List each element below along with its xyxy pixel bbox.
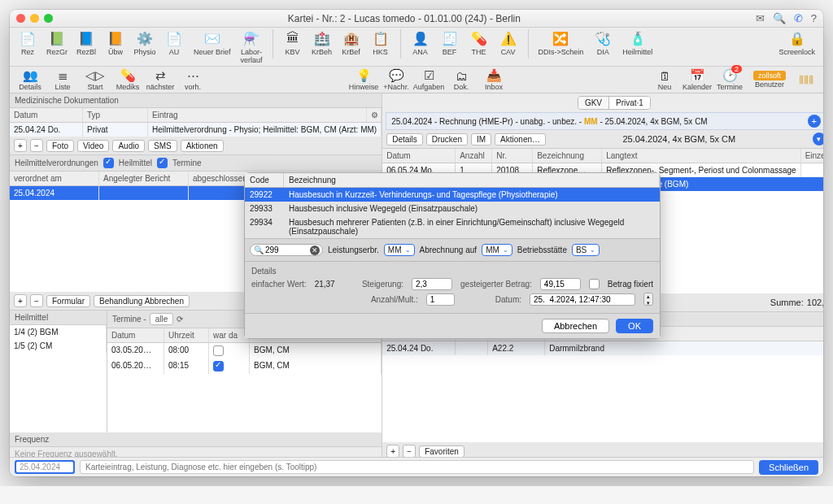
diag-remove-button[interactable]: − (403, 445, 416, 458)
code-row[interactable]: 29933Hausbesuch inclusive Wegegeld (Eins… (245, 202, 660, 215)
footer-quick-input[interactable] (80, 460, 754, 474)
inv-aktionen-button[interactable]: Aktionen… (495, 133, 546, 146)
neu-button[interactable]: 🗓Neu (649, 68, 680, 91)
heilmittel-row[interactable]: 1/5 (2) CM (10, 339, 107, 353)
termine-checkbox[interactable] (157, 158, 168, 168)
neuer-brief-button[interactable]: ✉️Neuer Brief (190, 29, 234, 56)
inbox-button[interactable]: 📥Inbox (478, 68, 509, 91)
footer-date-input[interactable] (16, 462, 73, 472)
insurance-segmented[interactable]: GKV Privat·1 (578, 96, 651, 110)
naechster-button[interactable]: ⇄nächster (145, 68, 176, 91)
heilmittel-row[interactable]: 1/4 (2) BGM (10, 325, 107, 339)
rezbl-button[interactable]: 📘RezBl (73, 29, 99, 56)
nachr-button[interactable]: 💬+Nachr. (381, 68, 412, 91)
mail-icon[interactable]: ✉ (756, 12, 765, 24)
abrechnung-select[interactable]: MM⌄ (482, 244, 512, 256)
col-typ[interactable]: Typ (83, 108, 148, 122)
clear-search-icon[interactable]: ✕ (310, 245, 320, 255)
close-window[interactable] (16, 14, 25, 23)
dok-button[interactable]: 🗂Dok. (446, 68, 477, 91)
col-eintrag[interactable]: Eintrag (148, 108, 367, 122)
mediks-button[interactable]: 💊Mediks (112, 68, 143, 91)
the-button[interactable]: 💊THE (466, 29, 492, 56)
ov-col-bez[interactable]: Bezeichnung (284, 173, 660, 187)
col-gear-icon[interactable]: ⚙ (367, 108, 382, 122)
rezgr-button[interactable]: 📗RezGr (44, 29, 70, 56)
termine-refresh-icon[interactable]: ⟳ (177, 315, 183, 324)
invoice-add-button[interactable]: + (808, 115, 821, 128)
audio-tab[interactable]: Audio (112, 140, 145, 152)
datum-input[interactable] (530, 293, 635, 306)
screenlock-button[interactable]: 🔒Screenlock (775, 29, 818, 56)
formular-tab[interactable]: Formular (46, 295, 90, 307)
hm-remove-button[interactable]: − (30, 294, 43, 307)
heilmittel-checkbox[interactable] (103, 158, 114, 168)
cancel-button[interactable]: Abbrechen (542, 319, 609, 333)
search-icon[interactable]: 🔍 (773, 12, 786, 24)
ddis-button[interactable]: 🔀DDIs->Schein (535, 29, 587, 56)
datum-stepper[interactable]: ▴▾ (643, 293, 653, 306)
kbv-button[interactable]: 🏛KBV (280, 29, 306, 56)
krbeh-button[interactable]: 🏥KrBeh (309, 29, 335, 56)
start-button[interactable]: ◁▷Start (80, 68, 111, 91)
foto-tab[interactable]: Foto (46, 140, 74, 152)
benutzer-button[interactable]: zollsoftBenutzer (747, 71, 792, 89)
laborverlauf-button[interactable]: ⚗️Labor- verlauf (238, 29, 266, 64)
bef-button[interactable]: 🧾BEF (437, 29, 463, 56)
krbef-button[interactable]: 🏨KrBef (338, 29, 364, 56)
termine-filter-alle[interactable]: alle (150, 313, 174, 325)
doc-remove-button[interactable]: − (30, 139, 43, 152)
diag-favoriten-tab[interactable]: Favoriten (419, 445, 464, 458)
termine-button[interactable]: 🕑Termine2 (714, 68, 745, 91)
cav-button[interactable]: ⚠️CAV (495, 29, 521, 56)
aufgaben-button[interactable]: ☑Aufgaben (413, 68, 444, 91)
hm-date[interactable]: 25.04.2024 (10, 186, 99, 200)
col-verordnet[interactable]: verordnet am (10, 172, 99, 185)
ok-button[interactable]: OK (616, 319, 653, 333)
termin-row[interactable]: 03.05.20…08:00BGM, CM (107, 343, 382, 358)
col-datum[interactable]: Datum (10, 108, 83, 122)
physio-button[interactable]: ⚙️Physio (132, 29, 158, 56)
inv-im-button[interactable]: IM (471, 133, 491, 146)
rez-button[interactable]: 📄Rez (15, 29, 41, 56)
anzahl-input[interactable] (426, 293, 455, 306)
frequenz-header: Frequenz (10, 432, 382, 447)
dia-button[interactable]: 🩺DIA (590, 29, 616, 56)
details-button[interactable]: 👥Details (15, 68, 46, 91)
liste-button[interactable]: ≣Liste (47, 68, 78, 91)
sms-tab[interactable]: SMS (148, 140, 177, 152)
video-tab[interactable]: Video (77, 140, 109, 152)
heilmittel-button[interactable]: 🧴Heilmittel (619, 29, 656, 56)
doc-add-button[interactable]: + (14, 139, 27, 152)
hm-add-button[interactable]: + (14, 294, 27, 307)
zoom-window[interactable] (44, 14, 53, 23)
help-icon[interactable]: ? (811, 12, 817, 24)
au-button[interactable]: 📄AU (161, 29, 187, 56)
betriebsstaette-select[interactable]: BS⌄ (572, 244, 600, 256)
gesteigerter-input[interactable] (540, 278, 581, 290)
close-button[interactable]: Schließen (759, 460, 818, 475)
termin-row[interactable]: 06.05.20…08:15BGM, CM (107, 358, 382, 374)
behandlung-abbrechen-tab[interactable]: Behandlung Abbrechen (94, 295, 190, 307)
inv-drucken-button[interactable]: Drucken (426, 133, 468, 146)
vorh-button[interactable]: ⋯vorh. (177, 68, 208, 91)
phone-icon[interactable]: ✆ (794, 12, 803, 24)
inv-dropdown-icon[interactable]: ▾ (813, 133, 823, 146)
hks-button[interactable]: 📋HKS (368, 29, 394, 56)
diag-add-button[interactable]: + (386, 445, 399, 458)
ana-button[interactable]: 👤ANA (408, 29, 434, 56)
inv-details-button[interactable]: Details (386, 133, 423, 146)
hinweise-button[interactable]: 💡Hinweise (348, 68, 379, 91)
barcode-button[interactable]: ⦀⦀⦀ (794, 72, 818, 87)
ov-col-code[interactable]: Code (245, 173, 284, 187)
code-row[interactable]: 29922Hausbesuch in Kurzzeit- Verhinderun… (245, 188, 660, 202)
code-row[interactable]: 29934Hausbesuch mehrerer Patienten (z.B.… (245, 215, 660, 238)
leistungserbr-select[interactable]: MM⌄ (384, 244, 415, 256)
col-angelegt[interactable]: Angelegter Bericht (99, 172, 189, 185)
uebw-button[interactable]: 📙Übw (102, 29, 129, 56)
kalender-button[interactable]: 📅Kalender (682, 68, 713, 91)
aktionen-tab[interactable]: Aktionen (181, 140, 224, 152)
minimize-window[interactable] (30, 14, 39, 23)
steigerung-input[interactable] (412, 278, 452, 290)
betrag-fixiert-checkbox[interactable] (589, 279, 600, 289)
